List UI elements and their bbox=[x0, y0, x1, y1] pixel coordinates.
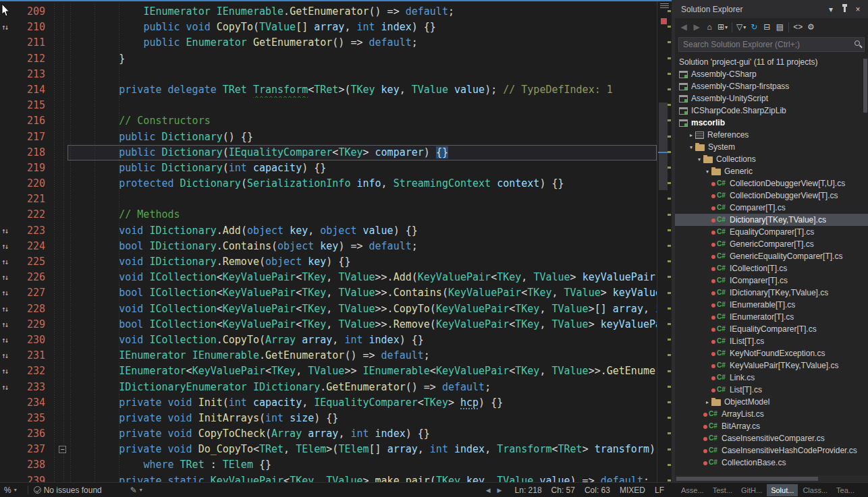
breakpoint-margin[interactable] bbox=[0, 145, 19, 160]
breakpoint-margin[interactable] bbox=[0, 457, 19, 473]
breakpoint-margin[interactable] bbox=[0, 411, 19, 426]
filter-button[interactable]: ▽▾ bbox=[735, 20, 747, 34]
tree-item[interactable]: ▸ObjectModel bbox=[675, 396, 868, 408]
overview-margin[interactable] bbox=[657, 1, 672, 482]
code-content[interactable]: void ICollection<KeyValuePair<TKey, TVal… bbox=[67, 270, 657, 285]
window-position-icon[interactable]: ▾ bbox=[825, 3, 837, 16]
code-content[interactable]: protected Dictionary(SerializationInfo i… bbox=[67, 176, 657, 192]
code-content[interactable] bbox=[67, 98, 657, 113]
tree-item[interactable]: GenericComparer[T].cs bbox=[675, 238, 868, 250]
line-number[interactable]: 231 bbox=[19, 348, 49, 363]
code-content[interactable]: bool ICollection<KeyValuePair<TKey, TVal… bbox=[67, 285, 657, 301]
tree-item[interactable]: CaseInsensitiveHashCodeProvider.cs bbox=[675, 444, 868, 457]
line-number[interactable]: 222 bbox=[19, 207, 49, 223]
breakpoint-margin[interactable] bbox=[0, 426, 19, 442]
breakpoint-margin[interactable] bbox=[0, 35, 19, 51]
back-button[interactable]: ◀ bbox=[678, 20, 690, 34]
collapse-region-button[interactable]: − bbox=[59, 446, 66, 453]
search-icon[interactable] bbox=[855, 40, 860, 46]
line-number[interactable]: 233 bbox=[19, 380, 49, 395]
code-content[interactable]: where TRet : TElem {} bbox=[67, 457, 657, 473]
panel-title-bar[interactable]: Solution Explorer ▾ × bbox=[675, 0, 868, 18]
tree-item[interactable]: Link.cs bbox=[675, 372, 868, 384]
breakpoint-margin[interactable] bbox=[0, 113, 19, 129]
breakpoint-margin[interactable] bbox=[0, 442, 19, 457]
code-content[interactable] bbox=[67, 192, 657, 207]
line-number[interactable]: 211 bbox=[19, 35, 49, 51]
code-content[interactable]: IEnumerator IEnumerable.GetEnumerator() … bbox=[67, 348, 657, 363]
breakpoint-margin[interactable] bbox=[0, 176, 19, 192]
breakpoint-margin[interactable]: ↑↓ bbox=[0, 20, 19, 35]
scrollbar-thumb[interactable] bbox=[659, 103, 668, 190]
code-content[interactable]: private void InitArrays(int size) {} bbox=[67, 411, 657, 426]
line-number[interactable]: 210 bbox=[19, 20, 49, 35]
code-content[interactable]: // Constructors bbox=[67, 113, 657, 129]
tree-item[interactable]: CollectionDebuggerView[T,U].cs bbox=[675, 177, 868, 189]
line-number[interactable]: 238 bbox=[19, 457, 49, 473]
breakpoint-margin[interactable] bbox=[0, 51, 19, 67]
properties-button[interactable]: ⚙ bbox=[805, 20, 817, 34]
zoom-control[interactable]: % ▾ bbox=[4, 486, 17, 495]
breakpoint-margin[interactable] bbox=[0, 207, 19, 223]
expander-icon[interactable]: ▾ bbox=[695, 156, 703, 163]
tree-item[interactable]: ICSharpCode.SharpZipLib bbox=[675, 105, 868, 117]
breakpoint-margin[interactable] bbox=[0, 192, 19, 207]
tree-item[interactable]: IComparer[T].cs bbox=[675, 274, 868, 287]
code-content[interactable]: private delegate TRet Transform<TRet>(TK… bbox=[67, 82, 657, 98]
line-number[interactable]: 239 bbox=[19, 473, 49, 482]
code-content[interactable]: IEnumerator<KeyValuePair<TKey, TValue>> … bbox=[67, 363, 657, 379]
tree-item[interactable]: Assembly-CSharp-firstpass bbox=[675, 80, 868, 92]
feedback-button[interactable]: ✎ ▾ bbox=[130, 486, 142, 495]
tree-item[interactable]: IEqualityComparer[T].cs bbox=[675, 323, 868, 335]
code-content[interactable]: private void Init(int capacity, IEqualit… bbox=[67, 395, 657, 411]
tree-vertical-scrollbar-thumb[interactable] bbox=[863, 59, 867, 113]
breakpoint-margin[interactable]: ↑↓ bbox=[0, 380, 19, 395]
tree-item[interactable]: Solution 'project-gui' (11 of 11 project… bbox=[675, 56, 868, 68]
tree-item[interactable]: ▾System bbox=[675, 141, 868, 153]
panel-tab[interactable]: Tea... bbox=[832, 484, 859, 496]
panel-tab[interactable]: Class... bbox=[798, 484, 832, 496]
forward-button[interactable]: ▶ bbox=[690, 20, 703, 34]
nav-forward-icon[interactable]: ▶ bbox=[497, 487, 502, 494]
show-all-files-button[interactable]: ▤ bbox=[774, 20, 786, 34]
breakpoint-margin[interactable]: ↑↓ bbox=[0, 285, 19, 301]
tree-item[interactable]: Assembly-UnityScript bbox=[675, 92, 868, 105]
search-input[interactable] bbox=[678, 37, 865, 52]
breakpoint-margin[interactable]: ↑↓ bbox=[0, 332, 19, 348]
encoding-indicator[interactable]: MIXED bbox=[620, 486, 645, 495]
nav-back-icon[interactable]: ◀ bbox=[486, 487, 491, 494]
tree-item[interactable]: EqualityComparer[T].cs bbox=[675, 226, 868, 238]
tree-item[interactable]: KeyValuePair[TKey,TValue].cs bbox=[675, 359, 868, 372]
line-number[interactable]: 237 bbox=[19, 442, 49, 457]
line-number[interactable]: 227 bbox=[19, 285, 49, 301]
home-button[interactable]: ⌂ bbox=[703, 20, 715, 34]
expander-icon[interactable]: ▸ bbox=[687, 132, 695, 138]
tree-item[interactable]: ▾Collections bbox=[675, 153, 868, 165]
code-content[interactable]: public Dictionary(int capacity) {} bbox=[67, 160, 657, 176]
line-number[interactable]: 209 bbox=[19, 4, 49, 20]
breakpoint-margin[interactable]: ↑↓ bbox=[0, 301, 19, 317]
collapse-all-button[interactable]: ⊟ bbox=[761, 20, 773, 34]
code-content[interactable]: public Dictionary(IEqualityComparer<TKey… bbox=[67, 145, 657, 160]
tree-item[interactable]: ICollection[T].cs bbox=[675, 262, 868, 274]
breakpoint-margin[interactable] bbox=[0, 82, 19, 98]
panel-tab[interactable]: GitH... bbox=[737, 484, 766, 496]
code-lines[interactable]: 209 IEnumerator IEnumerable.GetEnumerato… bbox=[0, 1, 657, 482]
breakpoint-margin[interactable]: ↑↓ bbox=[0, 254, 19, 270]
code-content[interactable]: public Enumerator GetEnumerator() => def… bbox=[67, 35, 657, 51]
tree-item[interactable]: ArrayList.cs bbox=[675, 408, 868, 420]
line-number[interactable]: 219 bbox=[19, 160, 49, 176]
code-content[interactable] bbox=[67, 67, 657, 82]
tree-item[interactable]: Comparer[T].cs bbox=[675, 202, 868, 214]
breakpoint-margin[interactable]: ↑↓ bbox=[0, 363, 19, 379]
line-number[interactable]: 235 bbox=[19, 411, 49, 426]
line-number[interactable]: 226 bbox=[19, 270, 49, 285]
code-content[interactable]: IDictionaryEnumerator IDictionary.GetEnu… bbox=[67, 380, 657, 395]
close-icon[interactable]: × bbox=[852, 3, 864, 16]
panel-tab[interactable]: Asse... bbox=[677, 484, 708, 496]
line-number[interactable]: 225 bbox=[19, 254, 49, 270]
tree-item[interactable]: IDictionary[TKey,TValue].cs bbox=[675, 287, 868, 299]
line-number[interactable]: 229 bbox=[19, 317, 49, 332]
code-content[interactable]: } bbox=[67, 51, 657, 67]
code-content[interactable]: public Dictionary() {} bbox=[67, 129, 657, 145]
